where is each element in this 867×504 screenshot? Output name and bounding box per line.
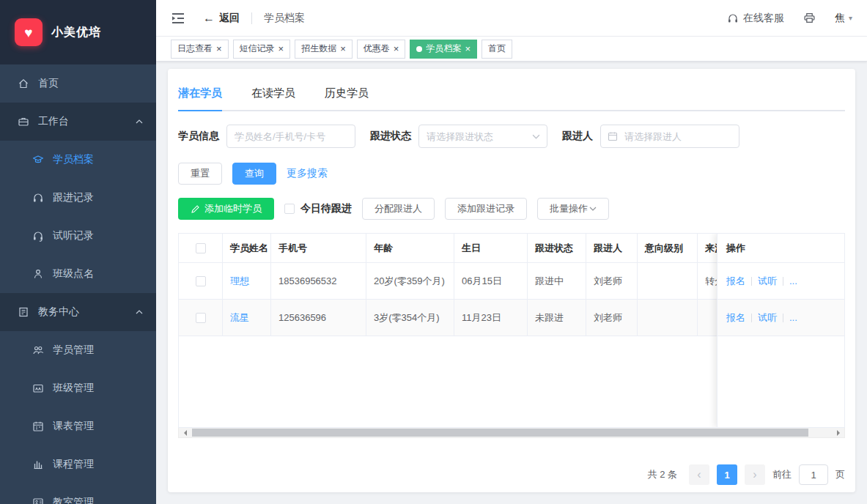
close-icon[interactable]: × [278,44,284,53]
scroll-left-button[interactable] [179,428,191,437]
building-icon [18,306,29,318]
batch-ops-label: 批量操作 [550,202,588,215]
cell-follower: 刘老师 [586,263,638,299]
cell-status: 跟进中 [528,263,586,299]
more-actions-link[interactable]: ... [789,312,797,323]
scrollbar-thumb[interactable] [192,429,808,437]
col-header-follower: 跟进人 [586,234,638,262]
person-icon [32,268,44,280]
trial-link[interactable]: 试听 [758,311,777,325]
brand-logo[interactable]: ♥ 小美优培 [0,0,156,64]
sidebar-item-class-mgmt[interactable]: 班级管理 [0,369,156,407]
student-name-link[interactable]: 流星 [230,311,249,325]
enroll-link[interactable]: 报名 [726,275,745,288]
row-checkbox[interactable] [196,313,206,323]
brand-logo-mark: ♥ [15,18,43,46]
row-checkbox[interactable] [196,276,206,286]
close-icon[interactable]: × [340,44,346,53]
next-page-button[interactable]: › [745,464,765,485]
tag-enrollment-data[interactable]: 招生数据 × [295,40,353,59]
search-buttons: 重置 查询 更多搜索 [178,163,845,185]
cell-intent [638,300,698,336]
tags-view: 日志查看 × 短信记录 × 招生数据 × 优惠卷 × 学员档案 × 首页 [156,37,867,62]
col-header-phone: 手机号 [271,234,366,262]
tag-student-archive[interactable]: 学员档案 × [410,40,477,59]
home-icon [18,78,29,89]
panel-card: 潜在学员 在读学员 历史学员 学员信息 跟进状态 [168,69,855,492]
close-icon[interactable]: × [394,44,399,53]
cell-intent [638,263,698,299]
tag-home[interactable]: 首页 [482,40,512,59]
close-icon[interactable]: × [216,44,222,53]
tag-coupons[interactable]: 优惠卷 × [357,40,406,59]
assign-follower-button[interactable]: 分配跟进人 [362,198,435,220]
select-all-checkbox[interactable] [196,243,206,253]
add-follow-record-button[interactable]: 添加跟进记录 [445,198,527,220]
follower-select[interactable] [600,125,739,148]
sidebar-item-student-archive[interactable]: 学员档案 [0,141,156,179]
back-label: 返回 [219,12,240,25]
headset-icon [727,12,739,24]
add-temp-student-button[interactable]: 添加临时学员 [178,198,274,220]
tab-history-students[interactable]: 历史学员 [325,79,369,110]
sidebar-item-workbench[interactable]: 工作台 [0,103,156,141]
query-button[interactable]: 查询 [232,163,276,185]
col-header-status: 跟进状态 [528,234,586,262]
sidebar-item-schedule-mgmt[interactable]: 课表管理 [0,407,156,445]
tag-label: 短信记录 [240,42,275,55]
workbench-icon [18,116,29,127]
horizontal-scrollbar[interactable] [178,428,845,438]
reset-button[interactable]: 重置 [178,163,222,185]
today-follow-checkbox[interactable] [284,204,295,214]
sidebar-item-label: 跟进记录 [53,191,94,204]
prev-page-button[interactable]: ‹ [689,464,709,485]
topbar: ← 返回 学员档案 在线客服 焦 ▾ [156,0,867,37]
chevron-up-icon [136,310,143,314]
online-service-label: 在线客服 [743,12,784,25]
back-button[interactable]: ← 返回 [203,12,240,25]
sidebar: ♥ 小美优培 首页 工作台 学员档案 跟进记录 试听记录 班级点名 [0,0,156,504]
sidebar-item-classroom-mgmt[interactable]: 教室管理 [0,483,156,504]
collapse-sidebar-icon[interactable] [171,12,185,24]
tag-log-view[interactable]: 日志查看 × [171,40,229,59]
more-search-link[interactable]: 更多搜索 [287,167,328,180]
sidebar-item-student-mgmt[interactable]: 学员管理 [0,331,156,369]
tag-label: 招生数据 [301,42,336,55]
scrollbar-track[interactable] [191,428,833,437]
follow-status-select[interactable] [418,125,547,148]
sidebar-item-roll-call[interactable]: 班级点名 [0,255,156,293]
sidebar-item-label: 教务中心 [38,305,79,319]
back-arrow-icon: ← [203,12,215,25]
user-menu[interactable]: 焦 ▾ [835,12,852,25]
tag-label: 优惠卷 [364,42,390,55]
online-service-button[interactable]: 在线客服 [727,12,784,25]
username: 焦 [835,12,845,25]
enroll-link[interactable]: 报名 [726,311,745,325]
student-name-link[interactable]: 理想 [230,275,249,288]
sidebar-item-course-mgmt[interactable]: 课程管理 [0,445,156,483]
sidebar-item-follow-records[interactable]: 跟进记录 [0,179,156,217]
sidebar-item-academic-center[interactable]: 教务中心 [0,293,156,331]
more-actions-link[interactable]: ... [789,275,797,286]
close-icon[interactable]: × [465,44,471,53]
filter-bar: 学员信息 跟进状态 跟进人 [178,125,845,148]
print-button[interactable] [803,12,816,24]
sidebar-item-trial-records[interactable]: 试听记录 [0,217,156,255]
prev-icon: ‹ [697,468,701,481]
scroll-right-button[interactable] [833,428,844,437]
tab-current-students[interactable]: 在读学员 [251,79,295,110]
tag-sms-records[interactable]: 短信记录 × [233,40,291,59]
col-header-age: 年龄 [366,234,454,262]
trial-link[interactable]: 试听 [758,275,777,288]
sidebar-menu: 首页 工作台 学员档案 跟进记录 试听记录 班级点名 教务中心 [0,64,156,504]
filter-follower: 跟进人 [562,125,739,148]
scroll-right-icon [837,430,843,436]
bars-icon [32,459,44,470]
sidebar-item-home[interactable]: 首页 [0,64,156,103]
page-unit-label: 页 [835,468,845,481]
page-number-button[interactable]: 1 [717,464,737,485]
batch-ops-button[interactable]: 批量操作 [537,198,609,220]
student-info-input[interactable] [226,125,355,148]
tab-potential-students[interactable]: 潜在学员 [178,79,222,110]
goto-page-input[interactable] [799,464,828,485]
